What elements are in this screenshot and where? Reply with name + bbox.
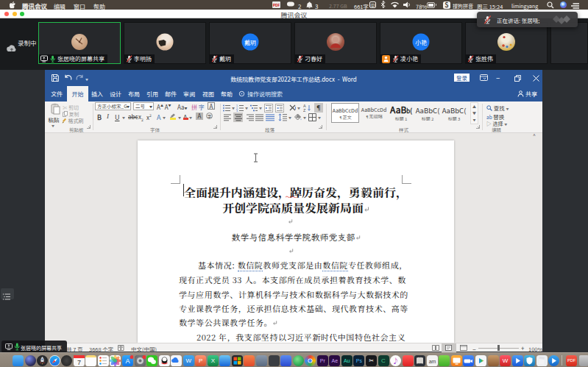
svg-text:Z: Z [303,108,306,113]
svg-text:3.: 3. [236,110,238,112]
svg-text:♪: ♪ [392,356,399,366]
svg-text:am: am [428,358,436,363]
svg-text:7: 7 [77,358,81,366]
svg-text:A: A [125,357,130,365]
